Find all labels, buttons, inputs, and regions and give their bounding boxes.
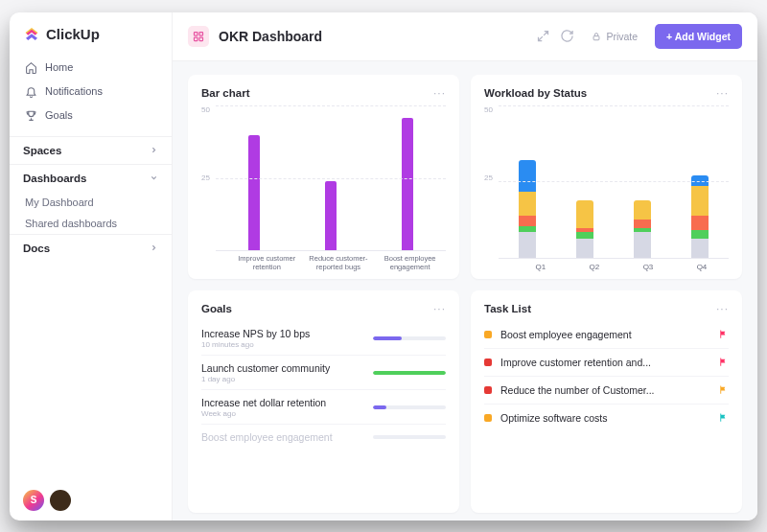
flag-icon — [718, 412, 729, 423]
x-axis-label: Q1 — [514, 259, 568, 271]
progress-bar — [373, 336, 446, 340]
chevron-right-icon — [150, 146, 158, 154]
brand-name: ClickUp — [46, 26, 100, 42]
stacked-bar — [671, 105, 729, 258]
bar-segment — [576, 232, 593, 239]
task-row[interactable]: Reduce the number of Customer... — [484, 376, 729, 404]
status-dot — [484, 386, 492, 394]
nav-notifications[interactable]: Notifications — [17, 81, 164, 103]
add-widget-button[interactable]: + Add Widget — [655, 24, 742, 49]
progress-bar — [373, 371, 446, 375]
app-window: ClickUp Home Notifications Goals Spaces … — [10, 12, 757, 520]
bar — [369, 106, 446, 250]
goal-row[interactable]: Boost employee engagement — [201, 424, 446, 450]
more-icon[interactable]: ··· — [433, 302, 446, 315]
widget-title: Goals — [201, 303, 232, 314]
main-panel: OKR Dashboard Private + Add Widget Bar c… — [173, 12, 757, 520]
svg-rect-2 — [195, 37, 198, 41]
bar-segment — [519, 192, 536, 215]
sidebar-item-shared-dashboards[interactable]: Shared dashboards — [10, 213, 172, 234]
sidebar: ClickUp Home Notifications Goals Spaces … — [10, 12, 173, 520]
flag-icon — [718, 357, 729, 367]
goal-name: Boost employee engagement — [201, 431, 333, 443]
goal-timestamp: 1 day ago — [201, 375, 330, 383]
page-header: OKR Dashboard Private + Add Widget — [173, 12, 757, 61]
stacked-bar-chart: 50 25 Q1Q2Q3Q4 — [484, 105, 729, 271]
svg-rect-3 — [199, 37, 203, 41]
nav-notifications-label: Notifications — [45, 85, 103, 97]
status-dot — [484, 414, 492, 422]
bar-segment — [576, 239, 593, 258]
task-name: Optimize software costs — [500, 412, 709, 424]
bar-segment — [634, 200, 651, 220]
widget-task-list: Task List ··· Boost employee engagement … — [471, 290, 742, 513]
section-docs[interactable]: Docs — [10, 234, 172, 262]
status-dot — [484, 359, 492, 366]
page-title: OKR Dashboard — [219, 29, 322, 44]
brand-logo[interactable]: ClickUp — [10, 26, 172, 57]
stacked-bar — [556, 105, 614, 258]
more-icon[interactable]: ··· — [716, 302, 729, 315]
goal-row[interactable]: Increase net dollar retention Week ago — [201, 389, 446, 424]
bar-segment — [691, 175, 709, 186]
task-row[interactable]: Improve customer retention and... — [484, 348, 729, 376]
progress-bar — [373, 435, 446, 439]
goal-row[interactable]: Launch customer community 1 day ago — [201, 355, 446, 389]
sidebar-item-my-dashboard[interactable]: My Dashboard — [10, 192, 172, 213]
privacy-indicator[interactable]: Private — [592, 31, 638, 42]
x-axis-label: Q3 — [621, 259, 675, 271]
section-dashboards[interactable]: Dashboards — [10, 164, 172, 192]
task-row[interactable]: Boost employee engagement — [484, 321, 729, 348]
x-axis-label: Q2 — [568, 259, 621, 271]
section-spaces[interactable]: Spaces — [10, 136, 172, 164]
widget-grid: Bar chart ··· 50 25 Improve customer ret… — [173, 61, 757, 520]
bar-segment — [519, 216, 536, 226]
widget-goals: Goals ··· Increase NPS by 10 bps 10 minu… — [188, 290, 459, 513]
goal-name: Increase net dollar retention — [201, 397, 326, 408]
bar — [216, 106, 292, 250]
bar-segment — [691, 186, 709, 216]
avatar[interactable] — [50, 490, 71, 511]
nav-home-label: Home — [45, 61, 73, 73]
goal-row[interactable]: Increase NPS by 10 bps 10 minutes ago — [201, 321, 446, 355]
section-spaces-label: Spaces — [23, 145, 61, 156]
nav-home[interactable]: Home — [17, 57, 164, 79]
bar-segment — [691, 239, 709, 258]
refresh-icon[interactable] — [560, 29, 574, 43]
bell-icon — [25, 85, 37, 98]
clickup-logo-icon — [23, 26, 40, 43]
y-axis-ticks: 50 25 — [484, 105, 493, 271]
expand-icon[interactable] — [536, 29, 550, 43]
avatar[interactable]: S — [23, 490, 44, 511]
widget-title: Bar chart — [201, 87, 250, 99]
task-name: Reduce the number of Customer... — [500, 384, 709, 396]
task-name: Boost employee engagement — [500, 329, 709, 340]
more-icon[interactable]: ··· — [716, 86, 729, 100]
bar-segment — [519, 226, 536, 233]
x-axis-label: Improve customer retention — [231, 251, 303, 271]
bar-chart: 50 25 Improve customer retentionReduce c… — [201, 105, 446, 271]
home-icon — [25, 61, 37, 74]
task-list: Boost employee engagement Improve custom… — [484, 321, 729, 431]
section-dashboards-label: Dashboards — [23, 173, 86, 184]
privacy-label: Private — [606, 31, 638, 42]
x-axis-label: Q4 — [675, 259, 729, 271]
grid-icon — [193, 31, 204, 42]
nav-goals-label: Goals — [45, 109, 73, 121]
primary-nav: Home Notifications Goals — [10, 57, 172, 136]
section-docs-label: Docs — [23, 243, 50, 254]
dashboard-icon — [188, 26, 209, 47]
status-dot — [484, 331, 492, 338]
bar-segment — [691, 216, 709, 230]
widget-title: Task List — [484, 303, 531, 314]
nav-goals[interactable]: Goals — [17, 104, 164, 127]
goal-name: Increase NPS by 10 bps — [201, 328, 310, 339]
bar-segment — [519, 232, 536, 257]
stacked-bar — [614, 105, 671, 258]
goal-timestamp: Week ago — [201, 409, 326, 418]
svg-rect-0 — [195, 32, 198, 35]
more-icon[interactable]: ··· — [433, 86, 446, 100]
bar — [292, 106, 369, 250]
task-row[interactable]: Optimize software costs — [484, 404, 729, 431]
bar-segment — [634, 220, 651, 228]
